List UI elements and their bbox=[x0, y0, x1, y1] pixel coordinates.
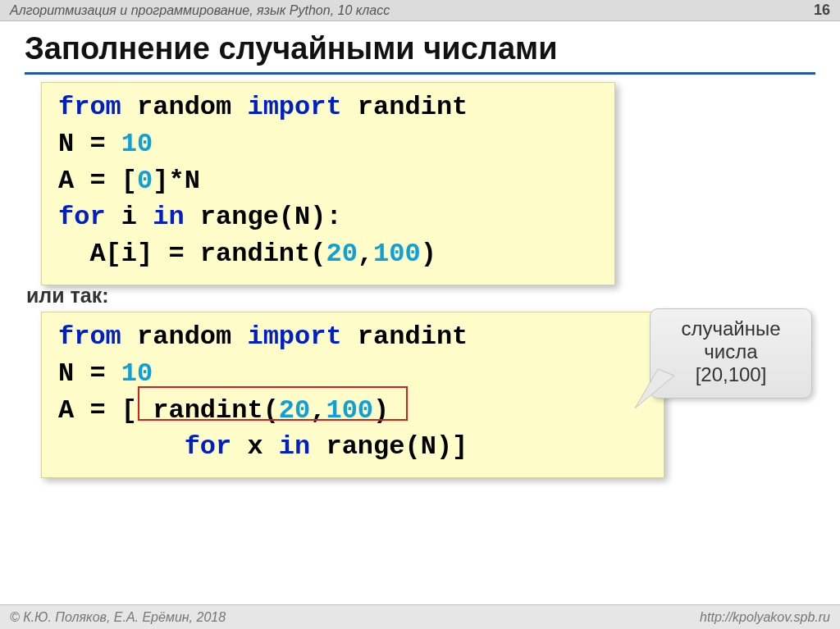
code-line: A = [ randint(20,100) bbox=[58, 393, 647, 430]
svg-marker-0 bbox=[635, 369, 674, 408]
page-title: Заполнение случайными числами bbox=[25, 31, 558, 66]
code-line: from random import randint bbox=[58, 319, 647, 356]
callout-line: случайные bbox=[659, 317, 803, 340]
footer-copyright: © К.Ю. Поляков, Е.А. Ерёмин, 2018 bbox=[10, 610, 700, 625]
code-line: from random import randint bbox=[58, 89, 598, 126]
code-line: for x in range(N)] bbox=[58, 429, 647, 466]
footer-url: http://kpolyakov.spb.ru bbox=[700, 610, 830, 625]
code-line: N = 10 bbox=[58, 126, 598, 163]
title-underline bbox=[25, 72, 815, 75]
slide-footer: © К.Ю. Поляков, Е.А. Ерёмин, 2018 http:/… bbox=[0, 604, 840, 629]
header-title: Алгоритмизация и программирование, язык … bbox=[10, 3, 814, 18]
slide-header: Алгоритмизация и программирование, язык … bbox=[0, 0, 840, 21]
code-line: N = 10 bbox=[58, 356, 647, 393]
code-line: for i in range(N): bbox=[58, 199, 598, 236]
page-number: 16 bbox=[814, 2, 830, 19]
code-block-2: from random import randint N = 10 A = [ … bbox=[41, 312, 664, 478]
alternative-label: или так: bbox=[26, 284, 109, 308]
code-line: A[i] = randint(20,100) bbox=[58, 236, 598, 273]
callout-line: числа bbox=[659, 340, 803, 363]
code-line: A = [0]*N bbox=[58, 163, 598, 200]
code-block-1: from random import randint N = 10 A = [0… bbox=[41, 82, 615, 285]
